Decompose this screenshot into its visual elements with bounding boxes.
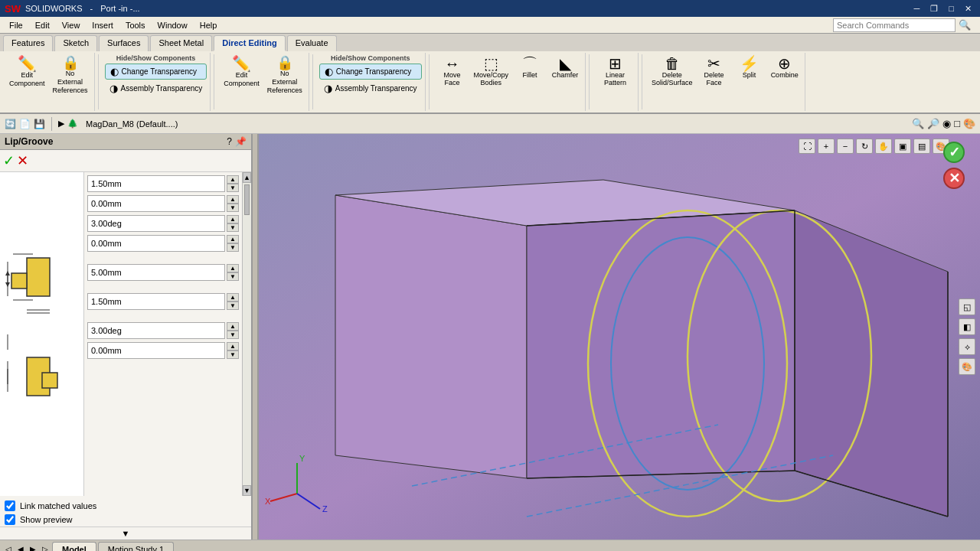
vp-side-btn-1[interactable]: ◱ [959, 298, 975, 315]
confirm-ok-button[interactable]: ✓ [3, 152, 15, 169]
spin-up-3[interactable]: ▲ [227, 235, 239, 243]
tab-direct-editing[interactable]: Direct Editing [214, 35, 286, 51]
spin-up-4[interactable]: ▲ [227, 264, 239, 272]
search-icon[interactable]: 🔍 [959, 19, 971, 31]
no-external-refs-button[interactable]: 🔒 NoExternalReferences [50, 54, 91, 96]
view-toolbar-icon-2[interactable]: 🔎 [927, 118, 939, 129]
viewport-confirm-ok-button[interactable]: ✓ [943, 142, 965, 163]
panel-scroll-down-arrow[interactable]: ▼ [122, 529, 130, 538]
menu-insert[interactable]: Insert [86, 19, 119, 31]
tab-nav-first[interactable]: ◁ [3, 544, 14, 551]
menu-window[interactable]: Window [152, 19, 194, 31]
view-toolbar-icon-3[interactable]: ◉ [942, 118, 951, 129]
close-button[interactable]: ✕ [961, 4, 975, 14]
delete-solid-surface-button[interactable]: 🗑 DeleteSolid/Surface [648, 54, 696, 88]
edit-component-button[interactable]: ✏️ EditComponent [6, 54, 48, 96]
combine-button[interactable]: ⊕ Combine [768, 54, 802, 88]
spin-down-0[interactable]: ▼ [227, 184, 239, 192]
param-input-6[interactable] [87, 322, 225, 339]
search-commands-input[interactable] [833, 18, 956, 32]
param-input-0[interactable] [87, 175, 225, 192]
spin-down-7[interactable]: ▼ [227, 350, 239, 359]
chamfer-button[interactable]: ◣ Chamfer [548, 54, 582, 88]
scroll-track[interactable] [243, 183, 251, 485]
fillet-button[interactable]: ⌒ Fillet [513, 54, 547, 88]
toolbar-icon-3[interactable]: 💾 [34, 119, 45, 129]
expand-icon[interactable]: ▶ [58, 119, 64, 129]
param-input-4[interactable] [87, 264, 225, 281]
menu-file[interactable]: File [3, 19, 29, 31]
spin-down-3[interactable]: ▼ [227, 243, 239, 252]
viewport-zoom-out-button[interactable]: − [837, 139, 854, 154]
spin-up-1[interactable]: ▲ [227, 195, 239, 204]
scroll-down-button[interactable]: ▼ [243, 485, 251, 496]
toolbar-icon-1[interactable]: 🔄 [5, 119, 16, 129]
spin-down-5[interactable]: ▼ [227, 302, 239, 310]
assembly-transparency-button-2[interactable]: ◑ Assembly Transparency [319, 81, 422, 96]
param-input-5[interactable] [87, 293, 225, 310]
spin-up-5[interactable]: ▲ [227, 293, 239, 302]
menu-edit[interactable]: Edit [29, 19, 56, 31]
viewport-pan-button[interactable]: ✋ [875, 139, 892, 154]
edit-component-button-2[interactable]: ✏️ EditComponent [220, 54, 263, 96]
confirm-cancel-button[interactable]: ✕ [17, 152, 28, 169]
tab-nav-prev[interactable]: ◀ [15, 544, 26, 551]
spin-down-1[interactable]: ▼ [227, 204, 239, 212]
link-matched-label[interactable]: Link matched values [20, 501, 96, 510]
menu-view[interactable]: View [56, 19, 87, 31]
show-preview-label[interactable]: Show preview [20, 515, 72, 524]
change-transparency-button-2[interactable]: ◐ Change Transparency [319, 64, 422, 80]
viewport-fit-button[interactable]: ⛶ [799, 139, 815, 154]
spin-up-6[interactable]: ▲ [227, 322, 239, 331]
toolbar-icon-2[interactable]: 📄 [19, 119, 31, 129]
link-matched-checkbox[interactable] [5, 500, 15, 511]
vp-side-btn-2[interactable]: ◧ [959, 318, 975, 335]
tab-sheet-metal[interactable]: Sheet Metal [150, 35, 212, 51]
scroll-up-button[interactable]: ▲ [243, 172, 251, 183]
tab-features[interactable]: Features [3, 35, 53, 51]
tab-nav-next[interactable]: ▶ [28, 544, 38, 551]
view-toolbar-icon-4[interactable]: □ [954, 118, 960, 129]
move-copy-bodies-button[interactable]: ⬚ Move/CopyBodies [471, 54, 512, 88]
param-input-1[interactable] [87, 195, 225, 212]
no-external-refs-button-2[interactable]: 🔒 NoExternalReferences [264, 54, 305, 96]
split-button[interactable]: ⚡ Split [733, 54, 766, 88]
view-toolbar-icon-1[interactable]: 🔍 [912, 118, 924, 129]
viewport-display-style-button[interactable]: ▤ [913, 139, 930, 154]
motion-study-tab[interactable]: Motion Study 1 [98, 542, 174, 551]
spin-down-4[interactable]: ▼ [227, 272, 239, 281]
panel-scrollbar[interactable]: ▲ ▼ [242, 172, 251, 496]
maximize-button[interactable]: □ [945, 4, 958, 14]
menu-tools[interactable]: Tools [119, 19, 152, 31]
resize-handle[interactable] [253, 134, 259, 540]
linear-pattern-button[interactable]: ⊞ LinearPattern [599, 54, 632, 88]
panel-help-button[interactable]: ? [227, 136, 232, 147]
vp-side-btn-4[interactable]: 🎨 [959, 358, 975, 375]
spin-up-2[interactable]: ▲ [227, 215, 239, 223]
delete-face-button[interactable]: ✂ DeleteFace [697, 54, 731, 88]
menu-help[interactable]: Help [194, 19, 224, 31]
viewport-section-view-button[interactable]: ▣ [894, 139, 911, 154]
tab-nav-last[interactable]: ▷ [40, 544, 51, 551]
tab-sketch[interactable]: Sketch [54, 35, 97, 51]
spin-up-7[interactable]: ▲ [227, 342, 239, 350]
viewport-zoom-in-button[interactable]: + [818, 139, 835, 154]
restore-button[interactable]: ❐ [926, 4, 942, 14]
assembly-transparency-button-1[interactable]: ◑ Assembly Transparency [105, 81, 207, 96]
param-input-2[interactable] [87, 215, 225, 232]
move-face-button[interactable]: ↔ MoveFace [436, 54, 469, 88]
param-input-3[interactable] [87, 235, 225, 252]
tab-evaluate[interactable]: Evaluate [287, 35, 337, 51]
spin-down-6[interactable]: ▼ [227, 331, 239, 339]
param-input-7[interactable] [87, 342, 225, 359]
view-toolbar-icon-5[interactable]: 🎨 [963, 118, 975, 129]
show-preview-checkbox[interactable] [5, 514, 15, 525]
panel-pin-button[interactable]: 📌 [235, 136, 247, 147]
vp-side-btn-3[interactable]: ⟡ [959, 338, 975, 355]
scroll-thumb[interactable] [244, 184, 250, 215]
spin-down-2[interactable]: ▼ [227, 223, 239, 232]
minimize-button[interactable]: ─ [910, 4, 924, 14]
spin-up-0[interactable]: ▲ [227, 175, 239, 184]
change-transparency-button-1[interactable]: ◐ Change Transparency [105, 64, 207, 80]
viewport-rotate-button[interactable]: ↻ [856, 139, 873, 154]
